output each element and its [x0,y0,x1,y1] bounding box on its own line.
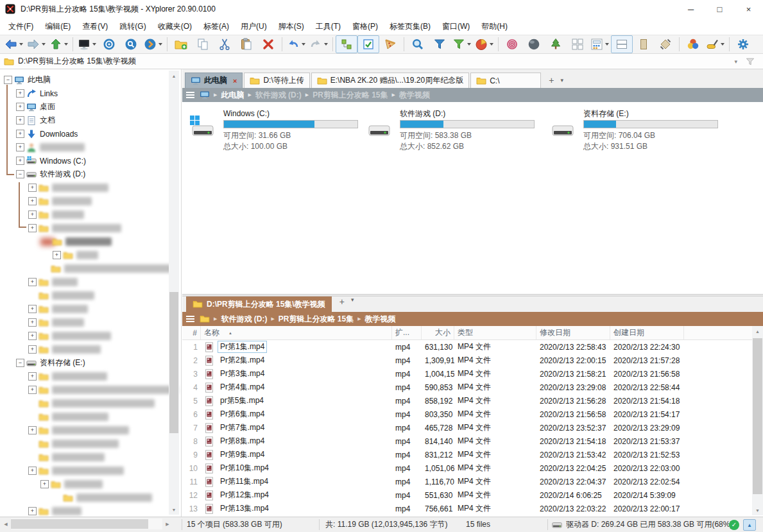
tree-item-redacted[interactable] [0,397,167,410]
tree-item-redacted[interactable]: + [0,424,167,437]
menu-item-panes[interactable]: 窗格(P) [347,19,384,33]
scrollbar-thumb[interactable] [11,519,148,529]
tree-expander-icon[interactable]: + [40,480,49,488]
tree-item-redacted[interactable]: + [0,302,167,316]
scroll-down-icon[interactable]: ▼ [752,505,763,515]
file-name-cell[interactable]: Pr第6集.mp4 [201,408,392,420]
tree-item-redacted[interactable] [0,450,167,464]
copy-button[interactable] [192,35,214,53]
tree-expander-icon[interactable]: + [28,318,37,327]
new-tab-button[interactable]: + [549,75,554,85]
monitor-button[interactable] [76,35,98,53]
tree-item-desktop[interactable]: +桌面 [0,100,167,114]
tree-item-redacted[interactable]: + [0,329,167,343]
tree-item-redacted[interactable]: + [0,383,167,397]
pie-button[interactable] [473,35,495,53]
tree-expander-icon[interactable]: − [4,76,12,84]
file-row[interactable]: 9Pr第9集.mp4mp4831,212 ...MP4 文件2020/2/13 … [182,448,752,461]
drive-item-2[interactable]: 资料存储 (E:)可用空间: 706.04 GB总大小: 931.51 GB [551,108,723,155]
roller-button[interactable] [704,35,726,53]
breadcrumb-part-3[interactable]: 教学视频 [399,90,430,101]
breadcrumb-part-0[interactable]: 软件游戏 (D:) [221,314,267,325]
menu-item-tags[interactable]: 标签(A) [198,19,235,33]
delete-button[interactable] [257,35,279,53]
tab-list-dropdown-icon[interactable]: ▾ [351,296,354,307]
back-button[interactable] [3,35,25,53]
tree-item-redacted[interactable]: + [0,208,167,221]
menu-item-favorites[interactable]: 收藏夹(O) [152,19,198,33]
menu-item-tools[interactable]: 工具(T) [310,19,347,33]
scroll-right-icon[interactable]: ▶ [162,522,173,527]
up-button[interactable] [47,35,70,53]
scroll-up-icon[interactable]: ▲ [752,326,763,336]
file-name-cell[interactable]: Pr第10集.mp4 [201,462,392,474]
file-list-scrollbar[interactable]: ▲ ▼ [752,326,763,515]
grid4-button[interactable] [567,35,588,53]
tree-item-redacted[interactable] [0,289,167,302]
tree-expander-icon[interactable]: + [28,305,37,313]
tree-expander-icon[interactable]: + [16,130,24,138]
tree-expander-icon[interactable]: + [53,251,61,259]
breadcrumb-part-1[interactable]: 软件游戏 (D:) [255,90,302,101]
gear-button[interactable] [732,35,754,53]
address-dropdown-icon[interactable]: ▾ [734,58,737,65]
tree-item-redacted[interactable]: + [0,194,167,208]
tree-item-this-pc[interactable]: −此电脑 [0,73,167,87]
undo-button[interactable] [285,35,307,53]
file-row[interactable]: 8Pr第8集.mp4mp4814,140 ...MP4 文件2020/2/13 … [182,434,752,448]
tree-item-redacted[interactable]: + [0,275,167,289]
menu-item-tabsets[interactable]: 标签页集(B) [384,19,436,33]
tree-item-redacted[interactable]: + [0,370,167,383]
grid-detail-button[interactable] [588,35,611,53]
file-name-cell[interactable]: Pr第4集.mp4 [201,381,392,393]
funnel-green-button[interactable] [450,35,473,53]
menu-item-window[interactable]: 窗口(W) [436,19,476,33]
tree-item-redacted[interactable] [0,235,167,248]
tree-item-redacted[interactable]: + [0,477,167,491]
filter-icon[interactable] [745,56,755,67]
forward-button[interactable] [25,35,47,53]
breadcrumb-part-2[interactable]: PR剪辑上分攻略 15集 [313,90,388,101]
pane-menu-icon[interactable] [186,92,194,98]
column-header-created[interactable]: 创建日期 [610,326,684,339]
vpanel-button[interactable] [633,35,655,53]
tab-list-dropdown-icon[interactable]: ▾ [560,77,563,83]
magnifier-button[interactable] [407,35,429,53]
tab-current-folder[interactable]: D:\PR剪辑上分攻略 15集\教学视频 [186,296,332,312]
column-header-type[interactable]: 类型 [454,326,536,339]
menu-item-file[interactable]: 文件(F) [3,19,39,33]
file-row[interactable]: 4Pr第4集.mp4mp4590,853 ...MP4 文件2020/2/13 … [182,381,752,394]
tree-item-drive-c[interactable]: +Windows (C:) [0,154,167,167]
breadcrumb-part-0[interactable]: 此电脑 [221,90,244,101]
tree-expander-icon[interactable]: + [16,143,24,151]
tree-expander-icon[interactable]: + [28,197,37,205]
file-name-cell[interactable]: Pr第7集.mp4 [201,422,392,434]
tab-e-nba[interactable]: E:\NBA 2K.20 赠品\...\19.20周年纪念版 [311,73,469,88]
tab-d-pending-upload[interactable]: D:\等待上传 [244,73,309,88]
bowtie-button[interactable] [655,35,676,53]
tree-item-redacted[interactable] [0,491,167,504]
tree-expander-icon[interactable]: + [28,224,37,232]
tree-expander-icon[interactable]: + [28,386,37,394]
scroll-up-icon[interactable]: ▲ [169,71,179,81]
cut-button[interactable] [214,35,236,53]
funnel-blue-button[interactable] [429,35,450,53]
file-row[interactable]: 5pr第5集.mp4mp4858,192 ...MP4 文件2020/2/13 … [182,394,752,408]
breadcrumb-part-2[interactable]: 教学视频 [365,314,396,325]
tree-item-redacted[interactable]: + [0,343,167,356]
column-header-modified[interactable]: 修改日期 [536,326,610,339]
file-name-cell[interactable]: Pr第2集.mp4 [201,354,392,366]
close-button[interactable]: × [734,0,763,18]
tree-expander-icon[interactable]: − [16,170,24,178]
tree-item-redacted[interactable] [0,262,167,275]
tree-item-redacted[interactable]: + [0,248,167,262]
circle-go-button[interactable] [142,35,164,53]
tree-item-documents[interactable]: +文档 [0,114,167,127]
tree-expander-icon[interactable]: + [28,332,37,340]
maximize-button[interactable]: □ [705,0,734,18]
tree-expander-icon[interactable]: − [16,359,24,367]
file-row[interactable]: 2Pr第2集.mp4mp41,309,91...MP4 文件2020/2/13 … [182,354,752,367]
tree-item-downloads[interactable]: +Downloads [0,127,167,141]
file-name-cell[interactable]: Pr第12集.mp4 [201,489,392,501]
file-row[interactable]: 13Pr第13集.mp4mp4756,661 ...MP4 文件2020/2/1… [182,502,752,515]
